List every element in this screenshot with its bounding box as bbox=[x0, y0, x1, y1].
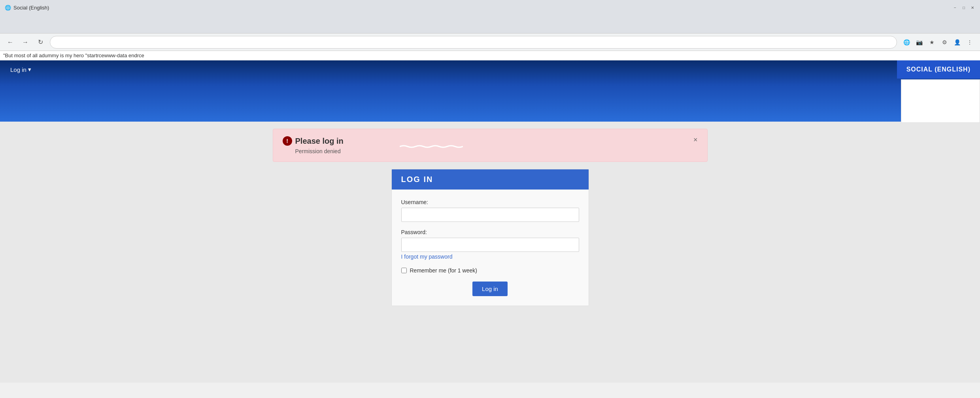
password-input[interactable] bbox=[401, 238, 579, 252]
alert-subtitle: Permission denied bbox=[295, 148, 344, 154]
remember-group: Remember me (for 1 week) bbox=[401, 267, 579, 274]
browser-toolbar: ← → ↻ 🌐 📷 ★ ⚙ 👤 ⋮ bbox=[0, 34, 980, 51]
social-english-button[interactable]: SOCIAL (ENGLISH) bbox=[897, 60, 980, 79]
browser-chrome: 🌐 Social (English) − □ ✕ bbox=[0, 0, 980, 34]
password-group: Password: I forgot my password bbox=[401, 229, 579, 260]
username-label: Username: bbox=[401, 199, 579, 205]
login-form-body: Username: Password: I forgot my password… bbox=[392, 190, 589, 306]
translate-icon[interactable]: 🌐 bbox=[901, 37, 912, 48]
page-wrapper: "But most of all adummy is my hero "star… bbox=[0, 51, 980, 383]
login-container: LOG IN Username: Password: I forgot my p… bbox=[391, 169, 589, 306]
reload-button[interactable]: ↻ bbox=[35, 37, 46, 48]
address-bar[interactable] bbox=[50, 36, 897, 49]
password-label: Password: bbox=[401, 229, 579, 235]
username-input[interactable] bbox=[401, 208, 579, 222]
menu-icon[interactable]: ⋮ bbox=[964, 37, 975, 48]
forgot-password-link[interactable]: I forgot my password bbox=[401, 253, 453, 260]
center-content: ! Please log in Permission denied × LOG … bbox=[0, 122, 980, 306]
browser-favicon: 🌐 bbox=[5, 5, 11, 11]
bookmark-icon[interactable]: ★ bbox=[926, 37, 937, 48]
alert-banner: ! Please log in Permission denied × bbox=[273, 129, 708, 162]
maximize-button[interactable]: □ bbox=[961, 5, 967, 10]
alert-icon: ! bbox=[283, 136, 292, 146]
window-controls: − □ ✕ bbox=[952, 5, 975, 10]
site-header: Log in ▾ SOCIAL (ENGLISH) bbox=[0, 60, 980, 122]
remember-checkbox[interactable] bbox=[401, 268, 407, 273]
login-form-header: LOG IN bbox=[392, 169, 589, 190]
extensions-icon[interactable]: ⚙ bbox=[939, 37, 950, 48]
toolbar-icons: 🌐 📷 ★ ⚙ 👤 ⋮ bbox=[901, 37, 975, 48]
squiggly-decoration bbox=[400, 145, 463, 148]
login-submit-button[interactable]: Log in bbox=[472, 282, 508, 296]
site-header-dropdown bbox=[901, 79, 980, 123]
alert-content: ! Please log in Permission denied bbox=[283, 136, 344, 154]
browser-titlebar: 🌐 Social (English) − □ ✕ bbox=[0, 0, 980, 15]
close-button[interactable]: ✕ bbox=[970, 5, 975, 10]
forward-button[interactable]: → bbox=[20, 37, 31, 48]
alert-title-text: Please log in bbox=[295, 137, 344, 146]
nav-login-label: Log in bbox=[10, 66, 26, 73]
alert-title: ! Please log in bbox=[283, 136, 344, 146]
screenshot-icon[interactable]: 📷 bbox=[914, 37, 925, 48]
back-button[interactable]: ← bbox=[5, 37, 16, 48]
nav-dropdown-icon: ▾ bbox=[28, 66, 31, 73]
minimize-button[interactable]: − bbox=[952, 5, 958, 10]
username-group: Username: bbox=[401, 199, 579, 222]
nav-login-button[interactable]: Log in ▾ bbox=[6, 64, 35, 75]
remember-label: Remember me (for 1 week) bbox=[410, 267, 477, 274]
site-nav: Log in ▾ bbox=[0, 60, 42, 79]
profile-icon[interactable]: 👤 bbox=[952, 37, 963, 48]
browser-tab: Social (English) bbox=[13, 5, 49, 11]
alert-close-button[interactable]: × bbox=[693, 136, 698, 143]
debug-text: "But most of all adummy is my hero "star… bbox=[0, 51, 980, 60]
